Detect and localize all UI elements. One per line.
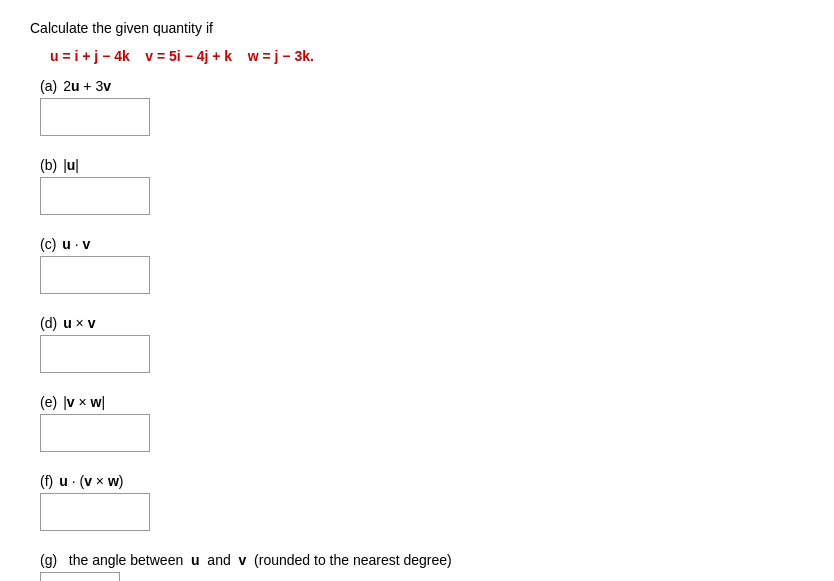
part-b-expr: |u|: [63, 157, 79, 173]
part-c-letter: (c): [40, 236, 56, 252]
part-a-expr: 2u + 3v: [63, 78, 111, 94]
part-g-and: and: [207, 552, 230, 568]
header-title: Calculate the given quantity if: [30, 20, 804, 36]
part-c-answer-box[interactable]: [40, 256, 150, 294]
part-d-answer-box[interactable]: [40, 335, 150, 373]
vector-u-def: u = i + j − 4k: [50, 48, 130, 64]
part-g-v-bold: v: [239, 552, 247, 568]
part-c: (c) u · v: [40, 236, 804, 297]
vector-v-def: v = 5i − 4j + k: [145, 48, 232, 64]
vectors-definition: u = i + j − 4k v = 5i − 4j + k w = j − 3…: [50, 48, 804, 64]
part-e-letter: (e): [40, 394, 57, 410]
part-a-letter: (a): [40, 78, 57, 94]
part-b: (b) |u|: [40, 157, 804, 218]
part-b-label: (b) |u|: [40, 157, 804, 173]
part-a-label: (a) 2u + 3v: [40, 78, 804, 94]
part-f-letter: (f): [40, 473, 53, 489]
part-e-expr: |v × w|: [63, 394, 105, 410]
part-g-text-after: (rounded to the nearest degree): [254, 552, 452, 568]
part-f-expr: u · (v × w): [59, 473, 123, 489]
part-f-label: (f) u · (v × w): [40, 473, 804, 489]
part-d-letter: (d): [40, 315, 57, 331]
part-c-expr: u · v: [62, 236, 90, 252]
part-g-letter: (g): [40, 552, 57, 568]
part-e-answer-box[interactable]: [40, 414, 150, 452]
part-b-letter: (b): [40, 157, 57, 173]
part-g-text-before: the angle between: [69, 552, 183, 568]
part-g-label: (g) the angle between u and v (rounded t…: [40, 552, 804, 568]
part-g-row: °: [40, 572, 804, 581]
part-e: (e) |v × w|: [40, 394, 804, 455]
part-f-answer-box[interactable]: [40, 493, 150, 531]
part-e-label: (e) |v × w|: [40, 394, 804, 410]
vector-w-def: w = j − 3k.: [248, 48, 314, 64]
part-f: (f) u · (v × w): [40, 473, 804, 534]
part-c-label: (c) u · v: [40, 236, 804, 252]
part-a-answer-box[interactable]: [40, 98, 150, 136]
part-d-label: (d) u × v: [40, 315, 804, 331]
part-d: (d) u × v: [40, 315, 804, 376]
part-g-answer-box[interactable]: [40, 572, 120, 581]
part-b-answer-box[interactable]: [40, 177, 150, 215]
part-d-expr: u × v: [63, 315, 95, 331]
part-g: (g) the angle between u and v (rounded t…: [40, 552, 804, 581]
part-g-u-bold: u: [191, 552, 200, 568]
part-a: (a) 2u + 3v: [40, 78, 804, 139]
